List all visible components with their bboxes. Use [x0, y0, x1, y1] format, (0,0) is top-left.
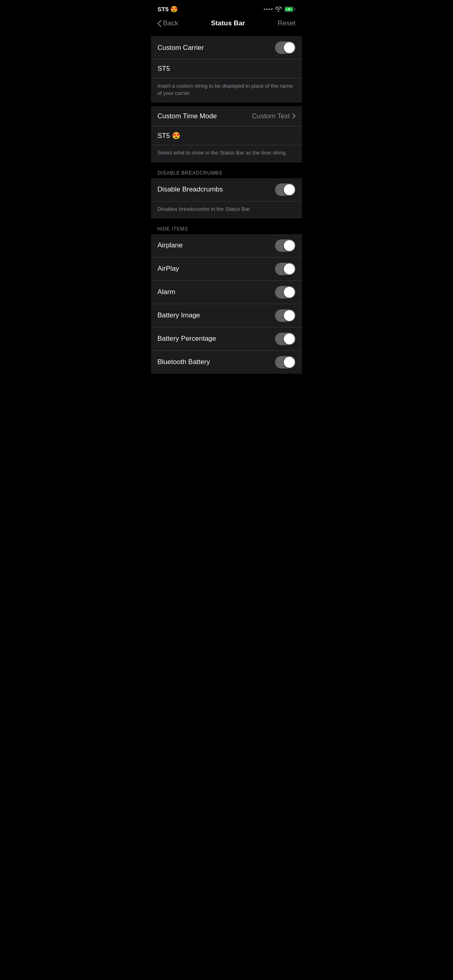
airplane-toggle-thumb: [284, 240, 295, 251]
custom-carrier-toggle[interactable]: [275, 41, 296, 54]
airplane-row: Airplane: [151, 234, 302, 257]
hide-items-header: HIDE ITEMS: [151, 218, 302, 234]
custom-carrier-input[interactable]: [157, 65, 296, 73]
bluetooth-battery-row: Bluetooth Battery: [151, 351, 302, 374]
battery-percentage-toggle[interactable]: [275, 333, 296, 345]
chevron-left-icon: [157, 20, 161, 27]
hide-items-group: Airplane AirPlay Alarm Battery Image: [151, 234, 302, 374]
custom-time-mode-value-text: Custom Text: [252, 112, 290, 120]
nav-bar: Back Status Bar Reset: [151, 16, 302, 32]
airplay-label: AirPlay: [157, 265, 179, 273]
battery-percentage-toggle-thumb: [284, 334, 295, 344]
back-label: Back: [163, 19, 178, 27]
disable-breadcrumbs-row: Disable Breadcrumbs: [151, 178, 302, 202]
custom-time-mode-group: Custom Time Mode Custom Text Select what…: [151, 106, 302, 162]
alarm-label: Alarm: [157, 288, 175, 296]
bluetooth-battery-toggle-thumb: [284, 357, 295, 368]
custom-time-mode-value: Custom Text: [252, 112, 296, 120]
app-title: ST5 😍: [157, 6, 178, 13]
signal-dots-icon: [264, 8, 273, 10]
custom-time-description: Select what to show in the Status Bar as…: [151, 145, 302, 162]
back-button[interactable]: Back: [157, 19, 178, 27]
reset-button[interactable]: Reset: [278, 19, 296, 27]
battery-percentage-label: Battery Percentage: [157, 335, 216, 343]
disable-breadcrumbs-toggle[interactable]: [275, 183, 296, 196]
spacer-2: [151, 102, 302, 106]
custom-carrier-group: Custom Carrier Insert a custom string to…: [151, 36, 302, 102]
bluetooth-battery-label: Bluetooth Battery: [157, 358, 210, 366]
alarm-toggle-thumb: [284, 287, 295, 298]
battery-percentage-row: Battery Percentage: [151, 327, 302, 351]
disable-breadcrumbs-group: Disable Breadcrumbs Disables breadcrumbs…: [151, 178, 302, 218]
custom-carrier-row: Custom Carrier: [151, 36, 302, 60]
breadcrumbs-toggle-thumb: [284, 184, 295, 195]
battery-image-label: Battery Image: [157, 311, 200, 319]
custom-carrier-text-row[interactable]: [151, 60, 302, 78]
airplay-toggle-thumb: [284, 264, 295, 274]
alarm-toggle[interactable]: [275, 286, 296, 299]
battery-image-toggle[interactable]: [275, 309, 296, 322]
airplane-toggle[interactable]: [275, 239, 296, 252]
chevron-right-icon: [292, 113, 296, 119]
battery-image-row: Battery Image: [151, 304, 302, 327]
spacer-1: [151, 32, 302, 36]
status-icons: [264, 6, 296, 12]
battery-icon: [284, 6, 296, 12]
toggle-thumb: [284, 42, 295, 53]
airplay-toggle[interactable]: [275, 263, 296, 275]
disable-breadcrumbs-label: Disable Breadcrumbs: [157, 185, 223, 194]
wifi-icon: [275, 7, 282, 12]
airplane-label: Airplane: [157, 241, 182, 249]
status-bar: ST5 😍: [151, 0, 302, 16]
custom-carrier-label: Custom Carrier: [157, 44, 204, 52]
battery-image-toggle-thumb: [284, 310, 295, 321]
custom-time-text-row[interactable]: [151, 126, 302, 145]
airplay-row: AirPlay: [151, 257, 302, 281]
custom-carrier-description: Insert a custom string to be displayed i…: [151, 78, 302, 102]
disable-breadcrumbs-description: Disables breadcrumbs in the Status Bar.: [151, 202, 302, 218]
bluetooth-battery-toggle[interactable]: [275, 356, 296, 369]
disable-breadcrumbs-header: DISABLE BREADCRUMBS: [151, 162, 302, 178]
custom-time-mode-row[interactable]: Custom Time Mode Custom Text: [151, 106, 302, 126]
alarm-row: Alarm: [151, 281, 302, 304]
page-title: Status Bar: [211, 19, 245, 27]
custom-time-mode-label: Custom Time Mode: [157, 112, 217, 120]
custom-time-input[interactable]: [157, 132, 296, 140]
